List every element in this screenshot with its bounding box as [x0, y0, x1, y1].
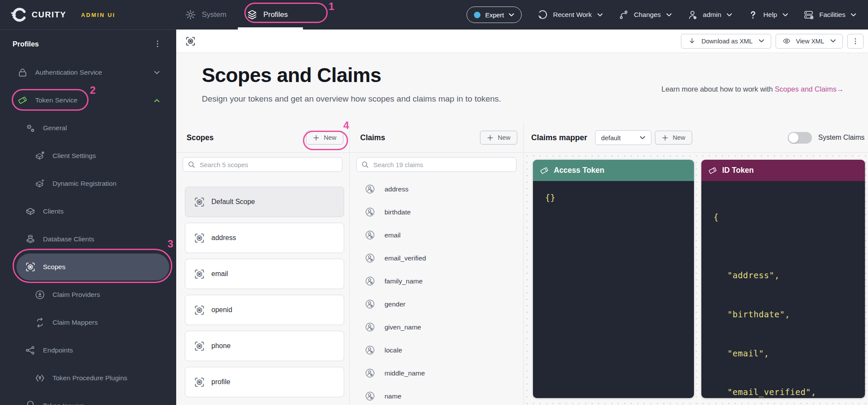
claim-icon	[365, 230, 375, 240]
search-icon	[361, 161, 369, 168]
download-as-xml-button[interactable]: Download as XML	[681, 34, 771, 49]
claim-item-name[interactable]: name	[350, 385, 523, 405]
claims-list: address birthdate email	[350, 178, 523, 405]
claim-item-middle-name[interactable]: middle_name	[350, 362, 523, 385]
claim-icon	[365, 391, 375, 401]
sidebar-item-scopes[interactable]: Scopes	[0, 253, 176, 281]
branch-icon	[618, 10, 629, 20]
download-icon	[688, 37, 696, 45]
more-actions-button[interactable]	[847, 34, 864, 49]
page-toolbar: Download as XML View XML	[176, 30, 868, 53]
curity-admin-page: CURITY ADMIN UI System Profiles Expert	[0, 0, 868, 405]
claim-item-email[interactable]: email	[350, 224, 523, 247]
box-plus-icon	[35, 178, 45, 189]
new-claim-button[interactable]: New	[480, 131, 517, 145]
page-header: Scopes and Claims Design your tokens and…	[176, 53, 868, 123]
sidebar: Profiles Authentication Service Token Se…	[0, 30, 176, 405]
nav-menu-help[interactable]: Help	[748, 10, 788, 20]
sidebar-item-token-procedure-plugins[interactable]: Token Procedure Plugins	[0, 364, 176, 392]
nav-right: Expert Recent Work Changes	[467, 7, 868, 23]
claim-item-birthdate[interactable]: birthdate	[350, 201, 523, 224]
sidebar-item-claim-providers[interactable]: Claim Providers	[0, 281, 176, 309]
box-icon	[25, 206, 36, 217]
lock-icon	[17, 67, 28, 78]
search-icon	[187, 161, 195, 168]
scope-card-label: openid	[211, 306, 232, 314]
layers-icon	[247, 9, 258, 20]
scope-card-phone[interactable]: phone	[185, 331, 344, 361]
claim-icon	[365, 345, 375, 355]
mode-label: Expert	[485, 11, 504, 19]
claim-label: gender	[385, 300, 405, 308]
ticket-icon	[539, 166, 549, 175]
sidebar-item-clients[interactable]: Clients	[0, 198, 176, 225]
claims-search-input[interactable]	[372, 161, 512, 169]
nav-menu-changes[interactable]: Changes	[618, 10, 672, 20]
claim-item-address[interactable]: address	[350, 178, 523, 201]
nav-menu-admin[interactable]: admin	[687, 10, 732, 20]
sidebar-title: Profiles	[13, 40, 39, 48]
sidebar-item-token-service[interactable]: Token Service	[0, 86, 176, 114]
id-token-panel: ID Token { address birthdate email	[701, 160, 865, 398]
id-token-claim-line-email: email	[713, 349, 861, 358]
sidebar-item-claim-mappers[interactable]: Claim Mappers	[0, 309, 176, 336]
sidebar-item-authentication-service[interactable]: Authentication Service	[0, 59, 176, 86]
claim-item-locale[interactable]: locale	[350, 339, 523, 362]
tab-system[interactable]: System	[185, 0, 227, 30]
plus-icon	[313, 135, 319, 141]
sidebar-item-client-settings[interactable]: Client Settings	[0, 142, 176, 170]
ticket-icon	[17, 95, 28, 105]
sidebar-item-token-issuers[interactable]: Token Issuers	[0, 392, 176, 405]
claim-provider-icon	[35, 290, 45, 300]
nav-menu-facilities[interactable]: Facilities	[804, 10, 856, 20]
nav-menu-recent-work[interactable]: Recent Work	[537, 10, 602, 20]
sidebar-item-database-clients[interactable]: Database Clients	[0, 225, 176, 253]
claim-icon	[365, 184, 375, 194]
nav-menu-label: Changes	[634, 11, 661, 19]
claim-icon	[365, 276, 375, 286]
scopes-search-input[interactable]	[199, 161, 338, 169]
scope-card-email[interactable]: email	[185, 259, 344, 289]
scope-card-address[interactable]: address	[185, 223, 344, 253]
mapper-select[interactable]: default	[595, 130, 651, 145]
sidebar-item-label: Token Procedure Plugins	[53, 374, 127, 382]
sidebar-item-dynamic-registration[interactable]: Dynamic Registration	[0, 170, 176, 198]
scopes-claims-doc-link[interactable]: Scopes and Claims→	[775, 85, 844, 93]
scope-card-openid[interactable]: openid	[185, 295, 344, 325]
page-title: Scopes and Claims	[176, 53, 868, 87]
id-token-claim-line-email-verified: email_verified	[713, 387, 861, 397]
claim-icon	[365, 253, 375, 263]
claim-label: family_name	[385, 277, 423, 285]
sidebar-item-endpoints[interactable]: Endpoints	[0, 336, 176, 364]
main-content: Download as XML View XML Scopes and Clai…	[176, 30, 868, 405]
kebab-icon	[851, 37, 860, 46]
id-token-claim-line-address: address	[713, 270, 861, 280]
gear-icon	[185, 9, 196, 20]
scope-card-profile[interactable]: profile	[185, 367, 344, 397]
sidebar-item-label: Token Service	[35, 96, 77, 104]
toggle-knob	[789, 133, 799, 143]
mapper-select-value: default	[601, 134, 621, 142]
chevron-down-icon	[759, 39, 764, 43]
sidebar-kebab-menu-icon[interactable]	[153, 39, 162, 49]
system-claims-toggle[interactable]	[788, 132, 812, 144]
sidebar-item-general[interactable]: General	[0, 114, 176, 142]
new-mapper-button[interactable]: New	[655, 131, 692, 145]
brand[interactable]: CURITY ADMIN UI	[11, 7, 115, 23]
sidebar-header: Profiles	[0, 30, 176, 49]
view-xml-button[interactable]: View XML	[776, 34, 843, 49]
new-scope-button[interactable]: New	[306, 131, 343, 145]
history-icon	[537, 10, 548, 20]
sidebar-item-label: Clients	[43, 207, 63, 215]
claim-icon	[365, 207, 375, 217]
claim-item-gender[interactable]: gender	[350, 293, 523, 316]
claims-mapper-header: Claims mapper default New System Claims	[524, 123, 868, 153]
eye-icon	[783, 37, 791, 45]
claim-item-family-name[interactable]: family_name	[350, 270, 523, 293]
db-box-icon	[25, 234, 36, 244]
tab-profiles[interactable]: Profiles	[247, 0, 288, 30]
claim-item-given-name[interactable]: given_name	[350, 316, 523, 339]
mode-selector[interactable]: Expert	[467, 7, 522, 23]
claim-item-email-verified[interactable]: email_verified	[350, 247, 523, 270]
scope-card-default-scope[interactable]: Default Scope	[185, 187, 344, 217]
